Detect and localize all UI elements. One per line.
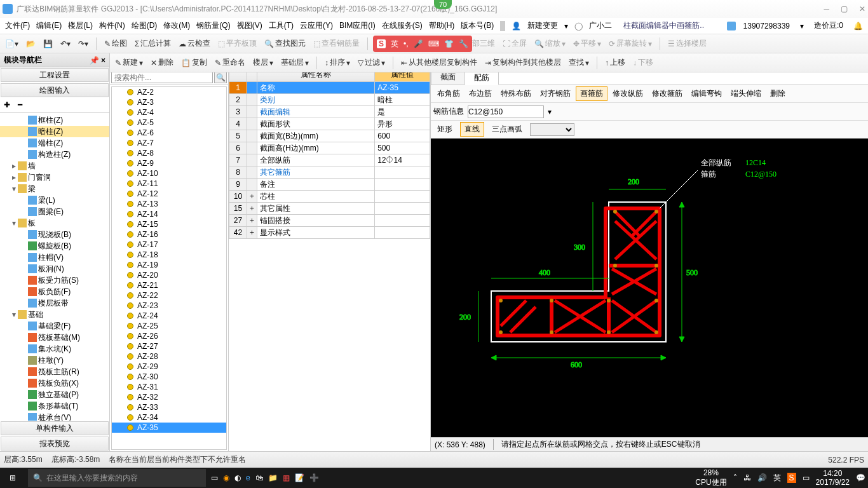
list-item[interactable]: AZ-27 bbox=[112, 341, 226, 351]
list-item[interactable]: AZ-22 bbox=[112, 290, 226, 301]
menu-version[interactable]: 版本号(B) bbox=[458, 19, 496, 32]
menu-cloud[interactable]: 云应用(Y) bbox=[297, 19, 336, 32]
menu-file[interactable]: 文件(F) bbox=[3, 19, 32, 32]
new-change-button[interactable]: 新建变更 bbox=[525, 19, 560, 32]
menu-online[interactable]: 在线服务(S) bbox=[379, 19, 425, 32]
list-item[interactable]: AZ-2 bbox=[112, 87, 226, 97]
list-item[interactable]: AZ-9 bbox=[112, 158, 226, 168]
tree-node[interactable]: ▾板 bbox=[0, 217, 109, 229]
nav-project-button[interactable]: 工程设置 bbox=[1, 68, 109, 82]
menu-floor[interactable]: 楼层(L) bbox=[65, 19, 95, 32]
property-row[interactable]: 1名称AZ-35 bbox=[229, 82, 430, 94]
list-item[interactable]: AZ-5 bbox=[112, 118, 226, 128]
search-button[interactable]: 🔍 bbox=[214, 71, 227, 83]
list-item[interactable]: AZ-4 bbox=[112, 107, 226, 118]
tree-node[interactable]: 桩承台(V) bbox=[0, 412, 109, 421]
alert-icon[interactable]: 🔔 bbox=[851, 20, 865, 32]
property-row[interactable]: 42+显示样式 bbox=[229, 227, 430, 239]
list-item[interactable]: AZ-34 bbox=[112, 412, 226, 423]
find-button[interactable]: 🔍 查找图元 bbox=[262, 37, 308, 50]
tray-sogou-icon[interactable]: S bbox=[787, 473, 796, 483]
app-icon-3[interactable]: ▦ bbox=[283, 473, 290, 482]
app-icon-1[interactable]: ◉ bbox=[223, 473, 229, 482]
copy-from-button[interactable]: ⇤从其他楼层复制构件 bbox=[398, 56, 480, 69]
section-tool[interactable]: 修改纵筋 bbox=[609, 87, 647, 100]
property-row[interactable]: 4截面形状异形 bbox=[229, 118, 430, 130]
moveup-button[interactable]: ↑上移 bbox=[602, 56, 628, 69]
section-tool[interactable]: 编辑弯钩 bbox=[688, 87, 726, 100]
menu-modify[interactable]: 修改(M) bbox=[161, 19, 193, 32]
menu-component[interactable]: 构件(N) bbox=[97, 19, 128, 32]
section-tool[interactable]: 布边筋 bbox=[465, 87, 496, 100]
section-canvas[interactable]: 600 500 200 400 300 200 全部纵筋 12C14 箍筋 C1… bbox=[431, 139, 868, 437]
list-item[interactable]: AZ-3 bbox=[112, 97, 226, 107]
copy-comp-button[interactable]: 📋复制 bbox=[179, 56, 210, 69]
property-row[interactable]: 3截面编辑是 bbox=[229, 106, 430, 118]
ime-mic-icon[interactable]: 🎤 bbox=[414, 39, 423, 48]
list-item[interactable]: AZ-10 bbox=[112, 168, 226, 179]
nav-single-button[interactable]: 单构件输入 bbox=[1, 421, 109, 435]
nav-report-button[interactable]: 报表预览 bbox=[1, 437, 109, 451]
tree-node[interactable]: 暗柱(Z) bbox=[0, 126, 109, 137]
section-tool[interactable]: 对齐钢筋 bbox=[536, 87, 574, 100]
property-row[interactable]: 5截面宽(B边)(mm)600 bbox=[229, 130, 430, 142]
tree-node[interactable]: 集水坑(K) bbox=[0, 343, 109, 355]
find2-button[interactable]: 查找▾ bbox=[566, 56, 592, 69]
list-item[interactable]: AZ-24 bbox=[112, 311, 226, 321]
edge-icon[interactable]: e bbox=[246, 473, 250, 482]
del-comp-button[interactable]: ✕删除 bbox=[148, 56, 176, 69]
list-item[interactable]: AZ-20 bbox=[112, 270, 226, 280]
tray-up-icon[interactable]: ˄ bbox=[733, 473, 737, 482]
menu-rebar[interactable]: 钢筋量(Q) bbox=[194, 19, 233, 32]
pin-icon[interactable]: 📌 × bbox=[90, 56, 105, 65]
list-item[interactable]: AZ-6 bbox=[112, 128, 226, 138]
list-item[interactable]: AZ-23 bbox=[112, 301, 226, 311]
tree-node[interactable]: 梁(L) bbox=[0, 194, 109, 206]
floor-select[interactable]: 楼层▾ bbox=[250, 56, 276, 69]
property-row[interactable]: 9备注 bbox=[229, 179, 430, 191]
section-tool[interactable]: 画箍筋 bbox=[576, 86, 607, 101]
search-input[interactable] bbox=[111, 71, 213, 83]
tree-node[interactable]: ▾梁 bbox=[0, 183, 109, 194]
editor-note[interactable]: 柱截面编辑器中画箍筋.. bbox=[621, 19, 707, 32]
list-item[interactable]: AZ-35 bbox=[112, 423, 226, 433]
app-icon-4[interactable]: 📝 bbox=[295, 473, 304, 482]
tree-node[interactable]: 框柱(Z) bbox=[0, 114, 109, 126]
open-button[interactable]: 📂 bbox=[24, 38, 38, 50]
list-item[interactable]: AZ-15 bbox=[112, 219, 226, 229]
tree-node[interactable]: 板洞(N) bbox=[0, 263, 109, 274]
undo-button[interactable]: ↶▾ bbox=[58, 38, 73, 50]
list-item[interactable]: AZ-14 bbox=[112, 209, 226, 219]
notif-icon[interactable]: 💬 bbox=[856, 473, 865, 482]
tree-node[interactable]: 柱帽(V) bbox=[0, 252, 109, 263]
app-icon-5[interactable]: ➕ bbox=[309, 473, 319, 482]
tree-node[interactable]: 筏板基础(M) bbox=[0, 332, 109, 343]
list-item[interactable]: AZ-29 bbox=[112, 362, 226, 372]
list-item[interactable]: AZ-17 bbox=[112, 240, 226, 250]
tree-node[interactable]: ▾基础 bbox=[0, 309, 109, 320]
ime-tool-icon[interactable]: 🔧 bbox=[459, 39, 468, 48]
property-grid[interactable]: 属性名称属性值1名称AZ-352类别暗柱3截面编辑是4截面形状异形5截面宽(B边… bbox=[229, 67, 430, 451]
property-row[interactable]: 15+其它属性 bbox=[229, 203, 430, 215]
save-button[interactable]: 💾 bbox=[41, 38, 55, 50]
component-list[interactable]: AZ-2AZ-3AZ-4AZ-5AZ-6AZ-7AZ-8AZ-9AZ-10AZ-… bbox=[111, 86, 227, 450]
tree-node[interactable]: 板负筋(F) bbox=[0, 286, 109, 297]
list-item[interactable]: AZ-7 bbox=[112, 138, 226, 148]
new-comp-button[interactable]: ✎新建▾ bbox=[112, 56, 146, 69]
list-item[interactable]: AZ-8 bbox=[112, 148, 226, 158]
property-row[interactable]: 8其它箍筋 bbox=[229, 166, 430, 179]
tree-node[interactable]: 柱墩(Y) bbox=[0, 355, 109, 366]
tree-node[interactable]: 独立基础(P) bbox=[0, 389, 109, 400]
list-item[interactable]: AZ-18 bbox=[112, 250, 226, 260]
list-item[interactable]: AZ-28 bbox=[112, 351, 226, 362]
tree-node[interactable]: ▸墙 bbox=[0, 160, 109, 172]
tree-node[interactable]: 楼层板带 bbox=[0, 297, 109, 309]
tree-node[interactable]: 圈梁(E) bbox=[0, 206, 109, 217]
property-row[interactable]: 6截面高(H边)(mm)500 bbox=[229, 142, 430, 154]
ime-lang[interactable]: 英 bbox=[391, 39, 398, 50]
tray-vol-icon[interactable]: 🔊 bbox=[757, 473, 767, 482]
menu-draw[interactable]: 绘图(D) bbox=[129, 19, 160, 32]
maximize-button[interactable]: ▢ bbox=[841, 4, 848, 13]
section-tool[interactable]: 布角筋 bbox=[433, 87, 464, 100]
list-item[interactable]: AZ-33 bbox=[112, 402, 226, 412]
